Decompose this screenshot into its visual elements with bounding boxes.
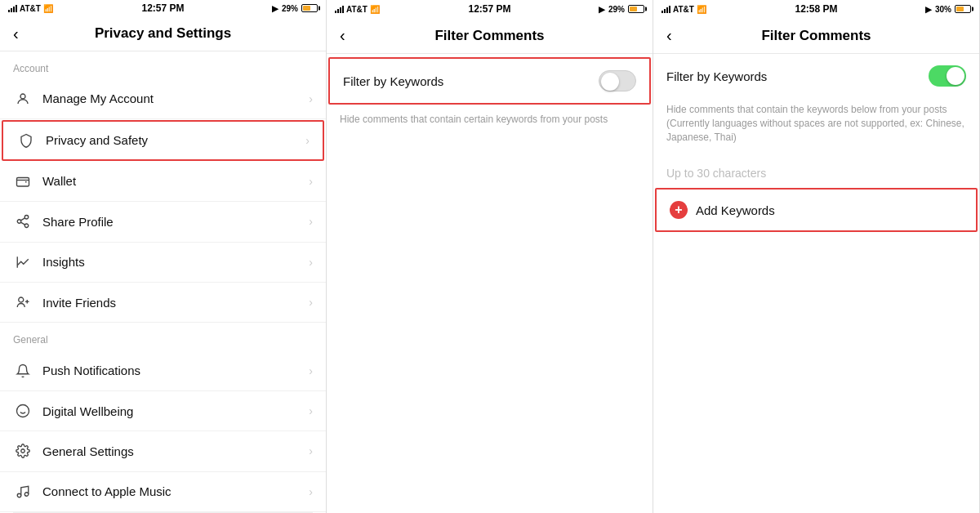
location-icon-3: ▶ <box>925 5 932 14</box>
menu-item-digital-wellbeing[interactable]: Digital Wellbeing › <box>0 391 326 431</box>
svg-line-6 <box>20 218 24 221</box>
wallet-label: Wallet <box>42 174 309 188</box>
svg-point-4 <box>24 224 29 228</box>
carrier-name-1: AT&T <box>20 4 41 13</box>
status-bar-1: AT&T 📶 12:57 PM ▶ 29% <box>0 0 326 17</box>
wifi-icon-1: 📶 <box>43 4 53 13</box>
chevron-icon-general-settings: › <box>309 444 313 457</box>
menu-item-general-settings[interactable]: General Settings › <box>0 431 326 471</box>
nav-title-2: Filter Comments <box>434 28 544 44</box>
chevron-icon-wallet: › <box>309 175 313 188</box>
chevron-icon-invite: › <box>309 296 313 309</box>
digital-wellbeing-label: Digital Wellbeing <box>42 404 309 418</box>
location-icon-2: ▶ <box>599 5 605 14</box>
battery-icon-3 <box>955 5 971 13</box>
filter-keywords-row-off[interactable]: Filter by Keywords <box>328 57 651 105</box>
battery-icon-2 <box>628 5 644 13</box>
menu-item-share-profile[interactable]: Share Profile › <box>0 202 326 242</box>
general-settings-label: General Settings <box>42 444 309 458</box>
invite-friends-label: Invite Friends <box>42 296 309 310</box>
filter-keywords-toggle-off[interactable] <box>599 70 636 91</box>
nav-bar-1: ‹ Privacy and Settings <box>0 17 326 51</box>
filter-keywords-label-on: Filter by Keywords <box>666 69 767 83</box>
carrier-3: AT&T 📶 <box>662 5 706 14</box>
add-keywords-row[interactable]: + Add Keywords <box>655 188 978 232</box>
toggle-thumb-off <box>601 73 619 91</box>
section-account-label: Account <box>0 51 326 79</box>
add-keywords-icon: + <box>670 201 688 219</box>
privacy-safety-label: Privacy and Safety <box>46 133 305 147</box>
nav-bar-3: ‹ Filter Comments <box>653 18 979 54</box>
right-icons-2: ▶ 29% <box>599 5 644 14</box>
add-keywords-label: Add Keywords <box>696 203 775 217</box>
chevron-icon-music: › <box>309 485 313 498</box>
section-general-label: General <box>0 323 326 350</box>
time-2: 12:57 PM <box>468 3 510 15</box>
manage-account-label: Manage My Account <box>42 91 309 105</box>
menu-item-wallet[interactable]: Wallet › <box>0 162 326 202</box>
back-button-1[interactable]: ‹ <box>13 25 19 43</box>
svg-point-2 <box>24 216 29 220</box>
filter-keywords-toggle-on[interactable] <box>929 65 966 87</box>
nav-title-1: Privacy and Settings <box>95 25 231 42</box>
svg-point-16 <box>24 493 29 497</box>
signal-icon-3 <box>662 5 670 13</box>
status-bar-3: AT&T 📶 12:58 PM ▶ 30% <box>653 0 979 18</box>
signal-icon-2 <box>335 5 344 13</box>
push-notifications-label: Push Notifications <box>42 364 309 377</box>
insights-icon <box>13 252 33 272</box>
wallet-icon <box>13 172 33 191</box>
person-icon <box>13 89 33 109</box>
wifi-icon-2: 📶 <box>370 5 380 14</box>
share-icon <box>13 212 33 231</box>
toggle-thumb-on <box>947 67 964 85</box>
panel-privacy-settings: AT&T 📶 12:57 PM ▶ 29% ‹ Privacy and Sett… <box>0 0 327 513</box>
svg-point-8 <box>19 297 24 302</box>
time-3: 12:58 PM <box>795 3 837 15</box>
right-icons-3: ▶ 30% <box>925 5 971 14</box>
panel-filter-comments-off: AT&T 📶 12:57 PM ▶ 29% ‹ Filter Comments … <box>327 0 653 513</box>
status-bar-2: AT&T 📶 12:57 PM ▶ 29% <box>327 0 653 18</box>
digital-wellbeing-icon <box>13 401 33 421</box>
filter-hint-text-on: Hide comments that contain the keywords … <box>653 98 979 155</box>
wifi-icon-3: 📶 <box>697 5 706 14</box>
filter-keywords-label-off: Filter by Keywords <box>343 74 443 88</box>
battery-percent-2: 29% <box>608 5 625 14</box>
chevron-icon-notifications: › <box>309 364 313 377</box>
svg-line-5 <box>20 222 24 225</box>
signal-icon-1 <box>8 4 17 12</box>
right-icons-1: ▶ 29% <box>272 4 318 13</box>
chevron-icon-wellbeing: › <box>309 404 313 417</box>
menu-item-manage-account[interactable]: Manage My Account › <box>0 79 326 119</box>
chevron-icon-insights: › <box>309 256 313 269</box>
back-button-2[interactable]: ‹ <box>340 26 345 45</box>
carrier-1: AT&T 📶 <box>8 4 53 13</box>
bell-icon <box>13 361 33 381</box>
filter-hint-text-off: Hide comments that contain certain keywo… <box>327 108 653 138</box>
music-icon <box>13 482 33 502</box>
menu-item-privacy-safety[interactable]: Privacy and Safety › <box>2 120 324 161</box>
svg-point-3 <box>17 220 21 224</box>
menu-item-invite-friends[interactable]: Invite Friends › <box>0 283 326 323</box>
menu-item-apple-music[interactable]: Connect to Apple Music › <box>0 472 326 512</box>
battery-icon-1 <box>301 4 318 12</box>
location-icon-1: ▶ <box>272 4 278 13</box>
svg-rect-1 <box>17 177 29 186</box>
chevron-icon-manage-account: › <box>309 92 313 105</box>
svg-point-15 <box>17 493 21 497</box>
back-button-3[interactable]: ‹ <box>666 26 672 45</box>
apple-music-label: Connect to Apple Music <box>42 484 309 498</box>
gear-icon <box>13 441 33 461</box>
char-limit-text: Up to 30 characters <box>653 155 979 186</box>
svg-point-0 <box>20 94 25 99</box>
nav-title-3: Filter Comments <box>761 28 871 44</box>
filter-keywords-row-on[interactable]: Filter by Keywords <box>653 54 979 98</box>
panel-filter-comments-on: AT&T 📶 12:58 PM ▶ 30% ‹ Filter Comments … <box>653 0 980 513</box>
nav-bar-2: ‹ Filter Comments <box>327 18 653 54</box>
share-profile-label: Share Profile <box>42 215 309 229</box>
shield-icon <box>16 131 36 150</box>
menu-item-push-notifications[interactable]: Push Notifications › <box>0 350 326 390</box>
time-1: 12:57 PM <box>141 2 184 14</box>
menu-item-insights[interactable]: Insights › <box>0 243 326 283</box>
insights-label: Insights <box>42 255 309 269</box>
